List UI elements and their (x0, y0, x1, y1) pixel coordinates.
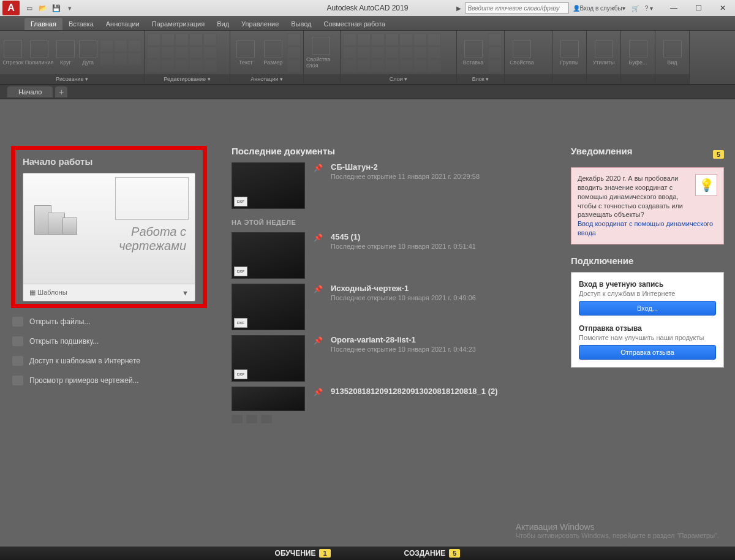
file-thumbnail: DXF (232, 232, 305, 279)
view-grid-icon[interactable] (246, 415, 257, 423)
sample-drawings-link[interactable]: Просмотр примеров чертежей... (11, 371, 207, 390)
left-column: Начало работы Работа с чертежами ▦ Шаб (11, 146, 207, 538)
open-files-link[interactable]: Открыть файлы... (11, 312, 207, 331)
quick-access-toolbar: ▭ 📂 💾 ▾ (23, 2, 76, 14)
dropdown-icon[interactable]: ▾ (64, 2, 76, 14)
polyline-button[interactable]: Полилиния (25, 34, 54, 71)
signin-heading: Вход в учетную запись (579, 280, 716, 289)
feedback-button[interactable]: Отправка отзыва (579, 345, 716, 360)
panel-title-layers[interactable]: Слои ▾ (341, 74, 456, 84)
ribbon-panel-draw: Отрезок Полилиния Круг Дуга Рисование ▾ (0, 31, 145, 84)
signin-button-main[interactable]: Вход... (579, 301, 716, 316)
ribbon-tab-annotate[interactable]: Аннотации (100, 18, 146, 30)
create-tab[interactable]: СОЗДАНИЕ5 (404, 549, 461, 558)
panel-title-edit[interactable]: Редактирование ▾ (145, 74, 230, 84)
signin-button[interactable]: 👤 Вход в службы ▾ (570, 2, 628, 14)
recent-item[interactable]: DXF 📌 4545 (1)Последнее открытие 10 янва… (232, 232, 546, 279)
getting-started-heading: Начало работы (23, 156, 195, 167)
ribbon-tab-view[interactable]: Вид (211, 18, 235, 30)
ribbon-panel-layerprops: Свойства слоя (304, 31, 341, 84)
create-badge: 5 (449, 549, 460, 558)
file-thumbnail: DXF (232, 335, 305, 382)
open-sheetset-link[interactable]: Открыть подшивку... (11, 331, 207, 351)
titlebar: A ▭ 📂 💾 ▾ Autodesk AutoCAD 2019 ▶ 👤 Вход… (0, 0, 735, 16)
search-play-icon[interactable]: ▶ (454, 2, 464, 14)
notifications-heading: Уведомления (571, 146, 632, 156)
learn-badge: 1 (319, 549, 330, 558)
insert-button[interactable]: Вставка (459, 34, 487, 71)
recent-item[interactable]: DXF 📌 СБ-Шатун-2Последнее открытие 11 ян… (232, 162, 546, 209)
notifications-badge: 5 (713, 150, 724, 159)
bottom-bar: ОБУЧЕНИЕ1 СОЗДАНИЕ5 (0, 547, 735, 560)
dimension-button[interactable]: Размер (260, 34, 287, 71)
dxf-badge-icon: DXF (234, 267, 247, 276)
layerprops-button[interactable]: Свойства слоя (306, 34, 336, 71)
close-button[interactable]: ✕ (710, 0, 735, 16)
sheet-icon (12, 336, 23, 346)
dxf-badge-icon: DXF (234, 369, 247, 379)
pin-icon[interactable]: 📌 (314, 387, 322, 411)
ribbon-tab-manage[interactable]: Управление (235, 18, 285, 30)
connect-card: Вход в учетную запись Доступ к службам в… (571, 272, 724, 368)
help-icon[interactable]: ? ▾ (643, 2, 655, 14)
circle-button[interactable]: Круг (55, 34, 76, 71)
ribbon-tab-collab[interactable]: Совместная работа (318, 18, 392, 30)
save-icon[interactable]: 💾 (50, 2, 62, 14)
view-thumb-icon[interactable] (261, 415, 272, 423)
windows-activation-watermark: Активация Windows Чтобы активировать Win… (516, 522, 719, 539)
groups-button[interactable]: Группы (555, 34, 584, 71)
learn-tab[interactable]: ОБУЧЕНИЕ1 (275, 549, 331, 558)
ribbon-panel-groups: Группы (552, 31, 587, 84)
clipboard-button[interactable]: Буфе... (624, 34, 652, 71)
recent-item[interactable]: DXF 📌 Opora-variant-28-list-1Последнее о… (232, 335, 546, 382)
utils-button[interactable]: Утилиты (589, 34, 618, 71)
start-drawing-card[interactable]: Работа с чертежами ▦ Шаблоны▼ (23, 173, 195, 301)
ribbon-tab-home[interactable]: Главная (24, 18, 62, 30)
panel-title-annot[interactable]: Аннотации ▾ (230, 74, 303, 84)
panel-title-block[interactable]: Блок ▾ (457, 74, 504, 84)
doc-tab-new[interactable]: + (55, 86, 67, 97)
line-button[interactable]: Отрезок (2, 34, 24, 71)
exchange-icon[interactable]: 🛒 (629, 2, 641, 14)
ribbon: Отрезок Полилиния Круг Дуга Рисование ▾ … (0, 31, 735, 85)
signin-text: Доступ к службам в Интернете (579, 290, 716, 297)
week-separator: НА ЭТОЙ НЕДЕЛЕ (232, 219, 546, 226)
props-button[interactable]: Свойства (507, 34, 537, 71)
recent-item[interactable]: 📌 913520818120912820913020818120818_1 (2… (232, 387, 546, 411)
ribbon-panel-utils: Утилиты (587, 31, 621, 84)
ribbon-tab-insert[interactable]: Вставка (62, 18, 100, 30)
open-icon[interactable]: 📂 (37, 2, 49, 14)
online-templates-link[interactable]: Доступ к шаблонам в Интернете (11, 351, 207, 371)
arc-button[interactable]: Дуга (77, 34, 99, 71)
doc-tab-start[interactable]: Начало (7, 86, 53, 97)
file-thumbnail (232, 387, 305, 411)
pin-icon[interactable]: 📌 (314, 284, 322, 330)
text-button[interactable]: Текст (233, 34, 259, 71)
ribbon-tabs: Главная Вставка Аннотации Параметризация… (0, 16, 735, 31)
folder-icon (12, 317, 23, 327)
new-icon[interactable]: ▭ (23, 2, 36, 14)
app-logo[interactable]: A (2, 1, 20, 15)
ribbon-tab-output[interactable]: Вывод (285, 18, 317, 30)
chevron-down-icon: ▼ (182, 289, 189, 297)
start-card-text: Работа с чертежами (119, 225, 186, 253)
sample-icon (12, 376, 23, 385)
recent-item[interactable]: DXF 📌 Исходный-чертеж-1Последнее открыти… (232, 284, 546, 330)
file-thumbnail: DXF (232, 284, 305, 330)
notification-link[interactable]: Ввод координат с помощью динамического в… (578, 220, 713, 236)
panel-title-draw[interactable]: Рисование ▾ (0, 74, 144, 84)
ribbon-panel-edit: Редактирование ▾ (145, 31, 230, 84)
notification-card[interactable]: 💡 Декабрь 2020 г. А вы пробовали вводить… (571, 167, 724, 244)
middle-column: Последние документы DXF 📌 СБ-Шатун-2Посл… (232, 146, 546, 538)
maximize-button[interactable]: ☐ (686, 0, 710, 16)
templates-dropdown[interactable]: ▦ Шаблоны▼ (23, 284, 195, 301)
view-button[interactable]: Вид (658, 34, 687, 71)
pin-icon[interactable]: 📌 (314, 162, 322, 209)
keyword-search-input[interactable] (465, 2, 569, 13)
pin-icon[interactable]: 📌 (314, 335, 322, 382)
pin-icon[interactable]: 📌 (314, 232, 322, 279)
ribbon-tab-parametric[interactable]: Параметризация (146, 18, 211, 30)
view-list-icon[interactable] (232, 415, 243, 423)
lightbulb-icon: 💡 (695, 174, 717, 196)
minimize-button[interactable]: — (662, 0, 686, 16)
